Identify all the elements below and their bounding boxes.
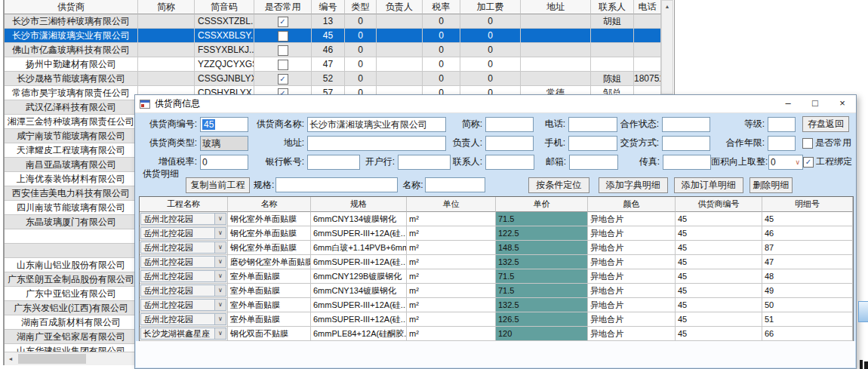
project-combobox[interactable]: 岳州北控花园∨ [140,241,228,255]
cell[interactable]: m² [407,241,496,255]
cell[interactable] [5,244,138,258]
vertical-scrollbar[interactable]: ▲ [661,0,673,94]
column-header[interactable]: 电话 [634,0,661,14]
detail-row[interactable]: 岳州北控花园∨室外单面贴膜6mmSUPER-III+12A(硅..m²126.5… [140,312,853,327]
cell[interactable]: 异地合片 [588,312,676,327]
cell[interactable]: CSSSXTZBL.. [195,14,254,29]
cell[interactable]: 52 [312,72,345,86]
cell[interactable]: 天津耀皮工程玻璃有限公司 [5,143,138,158]
cell[interactable] [377,43,423,57]
column-header[interactable]: 编号 [312,0,345,14]
cell[interactable]: m² [407,269,496,284]
cell[interactable] [254,29,312,43]
cell[interactable]: 45 [762,212,853,226]
cell[interactable]: m² [407,255,496,269]
column-header[interactable]: 供货商编号 [676,197,762,212]
cell[interactable]: 126.5 [496,312,588,327]
chevron-down-icon[interactable]: ∨ [214,327,226,340]
minimize-button[interactable]: – [774,95,802,112]
cell[interactable]: 湖南百成新材料有限公司 [5,315,138,330]
chevron-down-icon[interactable]: ∨ [214,213,226,225]
cell[interactable]: 87 [762,241,853,255]
cell[interactable]: 0 [460,72,521,86]
cell[interactable]: 45 [676,327,762,341]
cell[interactable] [521,43,591,57]
scroll-left-icon[interactable]: ◄ [5,352,17,365]
project-bind-checkbox[interactable]: 工程绑定 [803,155,853,168]
cell[interactable]: 异地合片 [588,255,676,269]
cell[interactable]: 钢化室外单面贴膜 [228,226,311,241]
grade-input[interactable] [768,117,796,132]
cell[interactable]: 四川南玻节能玻璃有限公司 [5,201,138,215]
cell[interactable] [634,29,661,43]
column-header[interactable]: 颜色 [588,197,676,212]
cell[interactable]: 陈姐 [591,72,634,86]
cell[interactable]: 6mmSUPER-III+12A(硅.. [311,226,407,241]
cell[interactable]: 室外单面贴膜 [228,284,311,298]
cell[interactable]: 异地合片 [588,298,676,312]
checkbox-checked-icon[interactable] [803,157,814,168]
address-input[interactable] [307,136,446,151]
cell[interactable] [634,57,661,72]
cell[interactable]: 异地合片 [588,269,676,284]
cell[interactable] [591,29,634,43]
cell[interactable] [254,57,312,72]
chevron-down-icon[interactable]: ∨ [214,241,226,254]
cell[interactable]: 71.5 [496,212,588,226]
scroll-up-icon[interactable]: ▲ [662,1,673,12]
column-header[interactable]: 地址 [521,0,591,14]
cell[interactable]: 山东南山铝业股份有限公司 [5,258,138,272]
cell[interactable] [521,29,591,43]
cell[interactable]: 咸宁南玻节能玻璃有限公司 [5,129,138,143]
cell[interactable]: 6mmSUPER-III+12A(硅.. [311,312,407,327]
cell[interactable] [5,229,138,244]
cell[interactable] [138,72,195,86]
cell[interactable]: 6mmCNY129B镀膜钢化 [311,269,407,284]
chevron-down-icon[interactable]: ∨ [214,270,226,282]
table-row[interactable]: 佛山市亿鑫玻璃科技有限公司FSSYXBLKJ..46000 [5,43,661,57]
cell[interactable]: CSSGJNBLYXGS [195,72,254,86]
bank-input[interactable] [398,155,451,170]
chevron-down-icon[interactable]: ∨ [214,313,226,325]
supplier-type-input[interactable]: 玻璃 [200,136,248,151]
cell[interactable]: 6mmCNY134镀膜钢化 [311,284,407,298]
locate-button[interactable]: 按条件定位 [528,177,589,193]
coop-years-input[interactable] [768,136,796,151]
cell[interactable]: 71.5 [496,269,588,284]
cell[interactable]: 武汉亿泽科技有限公司 [5,100,138,115]
cell[interactable]: 45 [676,241,762,255]
cell[interactable]: 广东中亚铝业有限公司 [5,287,138,301]
table-row[interactable]: 长沙晟格节能玻璃有限公司CSSGJNBLYXGS52000陈姐180751 [5,72,661,86]
table-row[interactable]: 长沙市三湘特种玻璃有限公司CSSSXTZBL..13000胡姐 [5,14,661,29]
cell[interactable]: 71.5 [496,284,588,298]
column-header[interactable]: 名称 [228,197,311,212]
cell[interactable]: 0 [423,29,460,43]
round-up-combobox[interactable]: 0∨ [768,155,803,170]
cell[interactable]: 50 [762,298,853,312]
common-checkbox[interactable]: 是否常用 [802,137,852,149]
cell[interactable]: 120 [496,327,588,341]
project-combobox[interactable]: 岳州北控花园∨ [140,212,228,226]
cell[interactable]: 0 [345,14,377,29]
column-header[interactable]: 类型 [345,0,377,14]
cell[interactable]: 6mmPLE84+12A(硅酮胶.. [311,327,407,341]
cell[interactable]: 132.5 [496,255,588,269]
project-combobox[interactable]: 岳州北控花园∨ [140,312,228,327]
vat-input[interactable]: 0 [200,155,248,170]
cell[interactable]: 室外单面贴膜 [228,312,311,327]
cell[interactable]: 45 [312,29,345,43]
cell[interactable] [138,14,195,29]
cell[interactable] [138,43,195,57]
table-row[interactable]: 长沙市潇湘玻璃实业有限公司CSSXXBLSY..45000 [5,29,661,43]
cell[interactable]: 异地合片 [588,241,676,255]
cell[interactable] [377,72,423,86]
cell[interactable]: m² [407,312,496,327]
cell[interactable]: 0 [460,57,521,72]
cell[interactable]: 山东华建铝业集团有限公司 [5,344,138,352]
cell[interactable]: 南昌亚晶玻璃有限公司 [5,158,138,172]
cell[interactable] [138,29,195,43]
short-name-input[interactable] [485,117,534,132]
detail-row[interactable]: 岳州北控花园∨室外单面贴膜6mmCNY129B镀膜钢化m²71.5异地合片454… [140,269,853,284]
cell[interactable] [521,14,591,29]
cell[interactable]: m² [407,298,496,312]
